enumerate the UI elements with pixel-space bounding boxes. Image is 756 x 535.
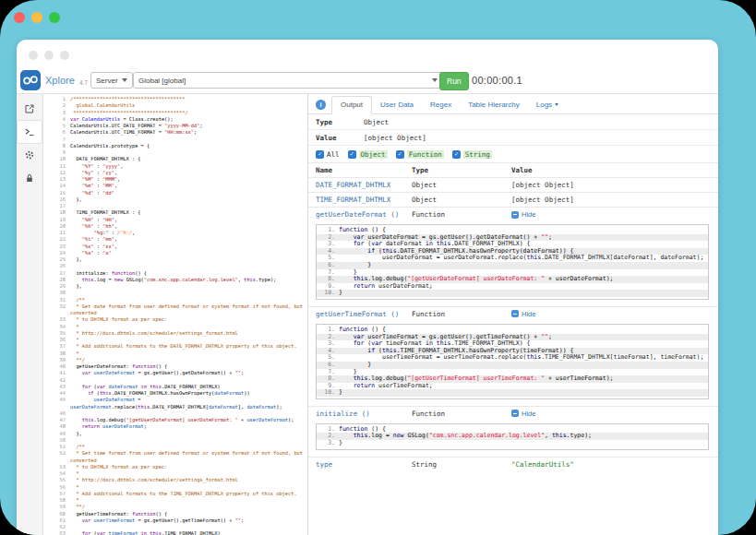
sidebar-item-security[interactable] xyxy=(18,167,42,189)
xplore-logo xyxy=(20,70,41,90)
editor-line: 9 xyxy=(43,149,307,156)
editor-line: 42 xyxy=(43,377,307,384)
editor-line: 1/************************************** xyxy=(43,96,307,102)
editor-line: 21 "%g:" : /^h:/, xyxy=(43,230,307,236)
checkbox-checked-icon[interactable] xyxy=(316,150,324,159)
filter-string[interactable]: String xyxy=(452,150,492,159)
editor-line: 45 userDateFormat = userDateFormat.repla… xyxy=(43,397,307,410)
filter-function[interactable]: Function xyxy=(396,150,444,159)
table-row: typeString"CalendarUtils" xyxy=(308,457,718,471)
screen: Xplore 4.7 Server Global [global] Run 00… xyxy=(0,0,756,535)
hide-toggle[interactable]: Hide xyxy=(511,310,718,318)
editor-line: 22 "%i" : "mm", xyxy=(43,236,307,243)
info-icon[interactable] xyxy=(316,100,326,110)
editor-line: 60 getUserTimeFormat: function() { xyxy=(43,511,307,517)
editor-line: 57 * Add additional formats to the TIME_… xyxy=(43,491,307,497)
sidebar xyxy=(17,94,43,535)
editor-line: 58 * xyxy=(43,497,307,504)
tab-regex[interactable]: Regex xyxy=(422,97,460,113)
editor-line: 40 getUserDateFormat: function() { xyxy=(43,363,307,370)
caret-down-icon xyxy=(555,103,558,106)
hide-toggle[interactable]: Hide xyxy=(511,210,718,219)
minimize-window-button[interactable] xyxy=(31,12,42,23)
server-dropdown[interactable]: Server xyxy=(90,72,133,89)
editor-line: 4var CalendarUtils = Class.create(); xyxy=(43,116,307,123)
editor-line: 27 initialize: function() { xyxy=(43,270,307,277)
editor-line: 52 * Get time format from user defined f… xyxy=(43,450,307,464)
editor-line: 63 for (var timeFormat in this.TIME_FORM… xyxy=(43,530,307,535)
terminal-icon xyxy=(25,127,34,137)
editor-line: 15 "%d" : "dd" xyxy=(43,190,307,196)
result-name-link[interactable]: getUserTimeFormat () xyxy=(316,310,412,318)
editor-line: 16 }, xyxy=(43,196,307,203)
function-source-block: 1.function () {2. var userDateFormat = g… xyxy=(316,224,709,300)
result-name-link[interactable]: getUserDateFormat () xyxy=(316,210,412,219)
editor-line: 24 "%a" : "a" xyxy=(43,250,307,256)
outer-frame: Xplore 4.7 Server Global [global] Run 00… xyxy=(0,0,756,535)
editor-line: 35 * http://docs.dhtmlx.com/scheduler/se… xyxy=(43,330,307,337)
run-button[interactable]: Run xyxy=(439,72,469,90)
caret-down-icon xyxy=(432,78,438,82)
tab-table-hierarchy[interactable]: Table Hierarchy xyxy=(460,97,528,113)
scope-select[interactable]: Global [global] xyxy=(133,72,443,89)
result-name-link[interactable]: initialize () xyxy=(316,410,412,418)
editor-line: 26 xyxy=(43,263,307,269)
server-dropdown-label: Server xyxy=(96,77,118,85)
result-value: [object Object] xyxy=(511,196,718,204)
scope-select-value: Global [global] xyxy=(138,77,186,85)
editor-line: 19 "%H" : "HH", xyxy=(43,217,307,223)
hide-icon xyxy=(511,310,519,317)
editor-line: 43 for (var dateFormat in this.DATE_FORM… xyxy=(43,384,307,390)
summary-value-row: Value [object Object] xyxy=(308,130,718,146)
filter-label: String xyxy=(463,150,492,159)
filter-object[interactable]: Object xyxy=(348,150,388,159)
table-row: getUserTimeFormat ()FunctionHide xyxy=(308,306,718,321)
result-type: Function xyxy=(412,310,511,318)
column-header-value: Value xyxy=(511,166,718,174)
editor-line: 28 this.log = new GSLog("com.snc.app.cal… xyxy=(43,277,307,283)
editor-line: 5CalendarUtils.UTC_DATE_FORMAT = "yyyy-M… xyxy=(43,123,307,129)
table-row: DATE_FORMAT_DHTMLXObject[object Object] xyxy=(308,177,718,192)
editor-line: 55 * http://docs.dhtmlx.com/scheduler/se… xyxy=(43,477,307,483)
editor-line: 38 * xyxy=(43,351,307,357)
editor-line: 39 **/ xyxy=(43,357,307,363)
table-row: getUserDateFormat ()FunctionHide xyxy=(308,207,718,221)
result-value: "CalendarUtils" xyxy=(511,460,718,469)
sidebar-item-open-new-window[interactable] xyxy=(18,98,42,120)
editor-line: 46 xyxy=(43,410,307,417)
editor-line: 20 "%h" : "hh", xyxy=(43,223,307,230)
summary-type-value: Object xyxy=(364,118,389,126)
output-tabbar: OutputUser DataRegexTable HierarchyLogs xyxy=(308,94,718,114)
code-editor[interactable]: 1/**************************************… xyxy=(43,94,308,535)
maximize-window-button[interactable] xyxy=(49,12,60,23)
result-name-link[interactable]: type xyxy=(316,460,412,469)
column-header-type: Type xyxy=(412,166,511,174)
hide-toggle[interactable]: Hide xyxy=(511,410,718,418)
editor-line: 3 **************************************… xyxy=(43,110,307,116)
editor-line: 36 * xyxy=(43,337,307,343)
checkbox-checked-icon[interactable] xyxy=(348,150,356,159)
editor-line: 18 TIME_FORMAT_DHTMLX : { xyxy=(43,209,307,216)
result-value: [object Object] xyxy=(511,181,718,189)
checkbox-checked-icon[interactable] xyxy=(452,150,461,159)
tab-user-data[interactable]: User Data xyxy=(372,97,422,113)
lock-icon xyxy=(25,173,34,183)
close-window-button[interactable] xyxy=(14,12,25,23)
column-header-name: Name xyxy=(316,166,412,174)
editor-line: 47 this.log.debug("[getUserDateFormat] u… xyxy=(43,417,307,423)
editor-line: 61 var userTimeFormat = gs.getUser().get… xyxy=(43,517,307,524)
sidebar-item-console[interactable] xyxy=(18,121,42,143)
checkbox-checked-icon[interactable] xyxy=(396,150,404,159)
filter-all[interactable]: All xyxy=(316,150,340,159)
editor-line: 33 * to DHTMLX format as per spec: xyxy=(43,316,307,323)
editor-line: 41 var userDateFormat = gs.getUser().get… xyxy=(43,370,307,376)
result-name-link[interactable]: DATE_FORMAT_DHTMLX xyxy=(316,181,412,189)
editor-line: 17 xyxy=(43,203,307,209)
summary-type-label: Type xyxy=(316,118,364,126)
tab-output[interactable]: Output xyxy=(331,96,372,114)
filter-label: All xyxy=(327,150,340,159)
result-name-link[interactable]: TIME_FORMAT_DHTMLX xyxy=(316,196,412,204)
editor-line: 14 "%m" : "MM", xyxy=(43,183,307,189)
sidebar-item-settings[interactable] xyxy=(18,144,42,166)
tab-logs[interactable]: Logs xyxy=(528,97,567,113)
